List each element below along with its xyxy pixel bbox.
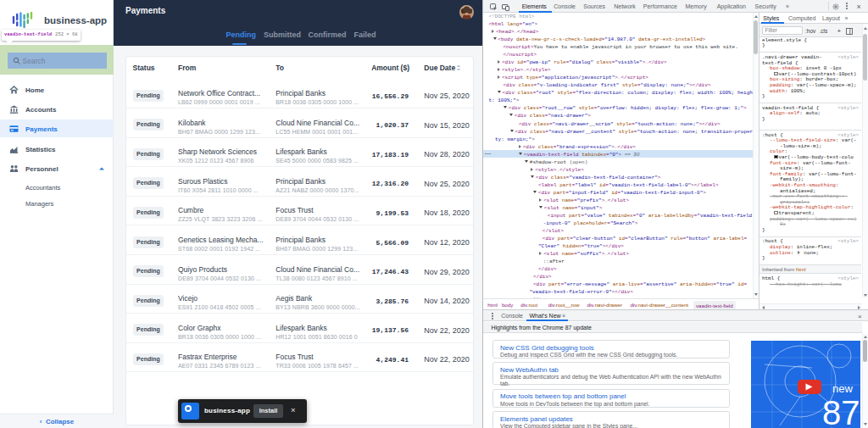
svg-text:new: new (832, 382, 853, 395)
svg-text:87: 87 (822, 394, 860, 428)
